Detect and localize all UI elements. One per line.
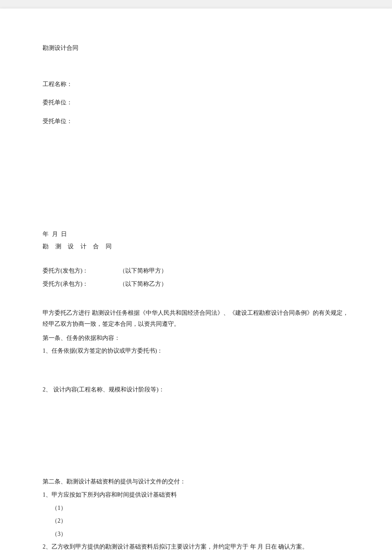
- article2-heading: 第二条、勘测设计基础资料的提供与设计文件的交付：: [43, 476, 349, 488]
- item2-line: 2、 设计内容(工程名称、规模和设计阶段等)：: [43, 384, 349, 396]
- party-a-line: 委托方(发包方)： （以下简称甲方）: [43, 265, 349, 276]
- item-b: 2、乙方收到甲方提供的勘测设计基础资料后拟订主要设计方案，并约定甲方于 年 月 …: [43, 541, 349, 553]
- gap4: [43, 410, 349, 423]
- party-a-label: 委托方(发包方)：: [43, 265, 119, 276]
- entrust-unit-line: 委托单位：: [43, 97, 349, 108]
- party-a-short: （以下简称甲方）: [119, 265, 167, 276]
- project-name-line: 工程名称：: [43, 79, 349, 89]
- gap6: [43, 435, 349, 448]
- item-a2: （2）: [43, 515, 349, 527]
- gap1: [43, 359, 349, 371]
- document-page: 勘测设计合同 工程名称： 委托单位： 受托单位： 年 月 日 勘 测 设 计 合…: [0, 9, 392, 555]
- item-a1: （1）: [43, 503, 349, 514]
- party-b-short: （以下简称乙方）: [119, 279, 167, 289]
- party-b-label: 受托方(承包方)：: [43, 279, 119, 289]
- party-b-line: 受托方(承包方)： （以下简称乙方）: [43, 279, 349, 289]
- document-content: 勘测设计合同 工程名称： 委托单位： 受托单位： 年 月 日 勘 测 设 计 合…: [43, 43, 349, 555]
- gap3: [43, 397, 349, 410]
- contract-main-title: 勘 测 设 计 合 同: [43, 241, 349, 252]
- article1-heading: 第一条、任务的依据和内容：: [43, 333, 349, 344]
- item-a3: （3）: [43, 529, 349, 540]
- intro-paragraph: 甲方委托乙方进行 勘测设计任务根据《中华人民共和国经济合同法》、《建设工程勘察设…: [43, 308, 349, 330]
- item-a-title: 1、甲方应按如下所列内容和时间提供设计基础资料: [43, 489, 349, 501]
- gap5: [43, 423, 349, 435]
- gap-lg1: [43, 448, 349, 474]
- main-body: 甲方委托乙方进行 勘测设计任务根据《中华人民共和国经济合同法》、《建设工程勘察设…: [43, 308, 349, 555]
- date-line: 年 月 日: [43, 229, 349, 239]
- item1-line: 1、任务依据(双方签定的协议或甲方委托书)：: [43, 345, 349, 357]
- gap2: [43, 371, 349, 384]
- project-info-block: 工程名称： 委托单位： 受托单位：: [43, 79, 349, 127]
- entrusted-unit-line: 受托单位：: [43, 116, 349, 127]
- top-title: 勘测设计合同: [43, 43, 349, 53]
